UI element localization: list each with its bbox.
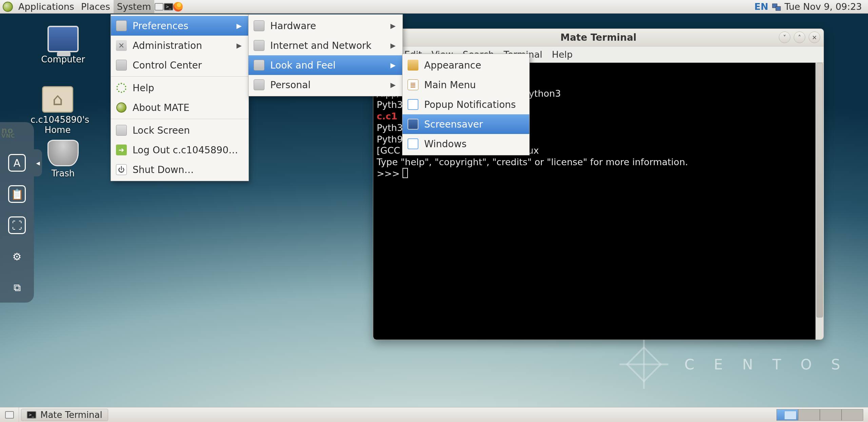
prefs-hardware[interactable]: Hardware ▶ [249, 16, 402, 36]
submenu-arrow-icon: ▶ [237, 22, 242, 30]
submenu-arrow-icon: ▶ [391, 81, 396, 89]
panel-launcher-1-icon[interactable] [154, 2, 164, 12]
workspace-pager [776, 409, 863, 421]
desktop-icon-computer[interactable]: Computer [36, 26, 90, 64]
window-minimize-button[interactable]: ˅ [779, 32, 790, 43]
preferences-icon [116, 20, 127, 31]
submenu-arrow-icon: ▶ [237, 41, 242, 50]
menu-separator [111, 119, 249, 119]
novnc-clipboard-button[interactable]: 📋 [8, 185, 26, 203]
svg-rect-1 [776, 6, 781, 11]
look-main-menu[interactable]: Main Menu [402, 75, 529, 95]
desktop-icon-home[interactable]: c.c1045890's Home [31, 86, 85, 135]
look-windows[interactable]: Windows [402, 134, 529, 154]
novnc-settings-button[interactable]: ⚙ [8, 248, 26, 265]
novnc-collapse-tab[interactable]: ◂ [34, 149, 42, 176]
look-and-feel-icon [254, 60, 264, 71]
taskbar-item-terminal[interactable]: Mate Terminal [21, 409, 108, 421]
submenu-arrow-icon: ▶ [391, 61, 396, 69]
desktop-icon-label: c.c1045890's Home [31, 115, 85, 135]
help-icon [116, 83, 126, 93]
system-menu-about[interactable]: About MATE [111, 98, 249, 117]
terminal-title: Mate Terminal [560, 32, 636, 43]
desktop-icon-trash[interactable]: Trash [36, 140, 90, 178]
novnc-disconnect-button[interactable]: ⧉ [8, 279, 26, 296]
desktop-icon-label: Trash [36, 168, 90, 178]
terminal-titlebar[interactable]: Mate Terminal ˅ ˄ ✕ [373, 29, 824, 46]
windows-icon [408, 138, 418, 149]
novnc-fullscreen-button[interactable]: ⛶ [8, 216, 26, 234]
panel-terminal-icon[interactable] [164, 2, 173, 12]
hardware-icon [254, 20, 264, 31]
menu-system[interactable]: System [114, 0, 155, 13]
show-desktop-icon [5, 411, 14, 419]
look-screensaver[interactable]: Screensaver [402, 114, 529, 134]
centos-watermark: C E N T O S [617, 337, 848, 391]
submenu-arrow-icon: ▶ [391, 22, 396, 30]
system-menu-shutdown[interactable]: Shut Down… [111, 160, 249, 179]
lock-icon [116, 125, 127, 136]
system-menu-help[interactable]: Help [111, 78, 249, 98]
look-appearance[interactable]: Appearance [402, 55, 529, 75]
system-menu-lock[interactable]: Lock Screen [111, 120, 249, 140]
top-panel: Applications Places System EN Tue Nov 9,… [0, 0, 868, 14]
workspace-3[interactable] [820, 409, 842, 421]
logout-icon [116, 145, 127, 155]
window-close-button[interactable]: ✕ [809, 32, 820, 43]
bottom-panel: Mate Terminal [0, 407, 868, 422]
trash-icon [47, 140, 79, 166]
computer-icon [47, 26, 79, 52]
clock[interactable]: Tue Nov 9, 09:23 [785, 1, 862, 12]
window-maximize-button[interactable]: ˄ [794, 32, 805, 43]
look-and-feel-submenu: Appearance Main Menu Popup Notifications… [402, 54, 530, 155]
novnc-sidebar: A 📋 ⛶ ⚙ ⧉ [0, 122, 34, 303]
menu-places[interactable]: Places [78, 0, 114, 13]
preferences-submenu: Hardware ▶ Internet and Network ▶ Look a… [248, 14, 403, 96]
terminal-scrollbar[interactable] [815, 63, 824, 340]
shutdown-icon [116, 164, 127, 175]
terminal-menu-help[interactable]: Help [552, 49, 573, 60]
show-desktop-button[interactable] [0, 407, 19, 422]
prefs-look-and-feel[interactable]: Look and Feel ▶ [249, 55, 402, 75]
administration-icon [116, 40, 127, 51]
terminal-task-icon [27, 411, 36, 419]
centos-logo-icon [617, 337, 671, 391]
system-menu-control-center[interactable]: Control Center [111, 55, 249, 75]
popup-notifications-icon [408, 99, 418, 110]
about-mate-icon [116, 102, 126, 113]
novnc-keyboard-button[interactable]: A [8, 154, 26, 172]
network-icon[interactable] [772, 3, 781, 11]
internet-icon [254, 40, 264, 51]
terminal-cursor [402, 168, 408, 178]
system-menu-preferences[interactable]: Preferences ▶ [111, 16, 249, 36]
mate-logo-icon[interactable] [3, 2, 13, 12]
terminal-scrollbar-thumb[interactable] [816, 63, 823, 318]
main-menu-icon [408, 79, 418, 90]
control-center-icon [116, 60, 127, 71]
screensaver-icon [408, 119, 418, 130]
panel-firefox-icon[interactable] [173, 2, 183, 12]
menu-applications[interactable]: Applications [15, 0, 78, 13]
workspace-1[interactable] [776, 409, 798, 421]
appearance-icon [408, 60, 418, 71]
prefs-internet[interactable]: Internet and Network ▶ [249, 36, 402, 55]
home-folder-icon [42, 86, 73, 113]
keyboard-layout-indicator[interactable]: EN [754, 1, 768, 12]
workspace-4[interactable] [842, 409, 863, 421]
personal-icon [254, 79, 264, 90]
system-tray: EN Tue Nov 9, 09:23 [754, 1, 868, 12]
workspace-2[interactable] [798, 409, 820, 421]
system-menu-logout[interactable]: Log Out c.c1045890… [111, 140, 249, 160]
system-menu-administration[interactable]: Administration ▶ [111, 36, 249, 55]
menu-separator [111, 76, 249, 77]
look-popup-notifications[interactable]: Popup Notifications [402, 95, 529, 114]
submenu-arrow-icon: ▶ [391, 41, 396, 50]
system-menu: Preferences ▶ Administration ▶ Control C… [111, 14, 249, 181]
prefs-personal[interactable]: Personal ▶ [249, 75, 402, 95]
